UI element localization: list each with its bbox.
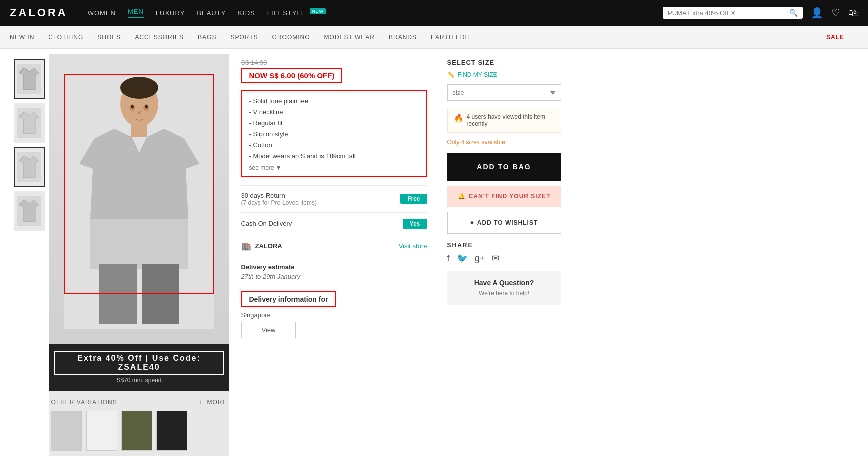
- delivery-info-label: Delivery information for: [241, 291, 336, 307]
- returns-badge: Free: [400, 194, 427, 204]
- cod-row: Cash On Delivery Yes: [241, 212, 427, 235]
- nav-new-in[interactable]: NEW IN: [10, 34, 34, 41]
- svg-rect-9: [99, 264, 137, 324]
- variations-more[interactable]: + more: [199, 399, 227, 406]
- top-navigation: ZALORA WOMEN MEN LUXURY BEAUTY KIDS LIFE…: [0, 0, 868, 26]
- seller-info: 🏬 ZALORA: [241, 241, 282, 251]
- add-to-bag-button[interactable]: ADD TO BAG: [447, 153, 561, 181]
- bell-icon: 🔔: [458, 193, 466, 200]
- variation-thumbnails: [49, 409, 229, 453]
- size-select-dropdown[interactable]: size S M L XL: [447, 84, 561, 101]
- promo-code: Extra 40% Off | Use Code: ZSALE40: [54, 351, 224, 375]
- variation-grey[interactable]: [51, 411, 82, 451]
- nav-shoes[interactable]: SHOES: [97, 34, 121, 41]
- main-image-container: Extra 40% Off | Use Code: ZSALE40 S$70 m…: [49, 54, 229, 456]
- promo-min-spend: S$70 min. spend: [54, 377, 224, 384]
- nav-lifestyle[interactable]: LIFESTYLE NEW: [267, 9, 326, 17]
- nav-accessories[interactable]: ACCESSORIES: [135, 34, 184, 41]
- wishlist-icon[interactable]: ♡: [831, 7, 840, 19]
- variation-olive[interactable]: [121, 411, 152, 451]
- variation-black[interactable]: [156, 411, 187, 451]
- thumbnail-1[interactable]: [14, 59, 45, 99]
- question-box: Have A Question? We're here to help!: [447, 271, 561, 305]
- svg-rect-10: [142, 264, 179, 324]
- facebook-share-icon[interactable]: f: [447, 253, 450, 264]
- more-link[interactable]: more: [207, 399, 227, 406]
- nav-luxury[interactable]: LUXURY: [156, 9, 185, 17]
- nav-women[interactable]: WOMEN: [88, 9, 116, 17]
- ruler-icon: 📏: [447, 71, 455, 78]
- store-icon: 🏬: [241, 241, 251, 251]
- delivery-country: Singapore: [241, 311, 427, 319]
- delivery-estimate-label: Delivery estimate: [241, 263, 427, 271]
- sizes-available-notice: Only 4 sizes available: [447, 139, 561, 146]
- see-more-link[interactable]: see more ▼: [249, 164, 419, 171]
- add-to-wishlist-button[interactable]: ♥ ADD TO WISHLIST: [447, 212, 561, 234]
- variations-label: OTHER VARIATIONS: [51, 399, 117, 406]
- nav-sports[interactable]: SPORTS: [230, 34, 258, 41]
- nav-icon-group: 👤 ♡ 🛍: [811, 7, 858, 19]
- right-panel: SELECT SIZE 📏 FIND MY SIZE size S M L XL…: [439, 54, 569, 456]
- find-my-size-link[interactable]: 📏 FIND MY SIZE: [447, 71, 561, 78]
- recently-viewed-notice: 🔥 4 users have viewed this item recently: [447, 108, 561, 133]
- question-sub: We're here to help!: [455, 290, 553, 297]
- search-input[interactable]: [668, 9, 789, 17]
- feature-5: - Cotton: [249, 140, 419, 151]
- share-label: SHARE: [447, 242, 561, 249]
- cant-find-size-button[interactable]: 🔔 CAN'T FIND YOUR SIZE?: [447, 186, 561, 207]
- cod-badge: Yes: [403, 219, 427, 229]
- product-details-panel: S$ 14.90 NOW S$ 6.00 (60% OFF) - Solid t…: [229, 54, 439, 456]
- twitter-share-icon[interactable]: 🐦: [457, 253, 468, 264]
- nav-grooming[interactable]: GROOMING: [272, 34, 310, 41]
- googleplus-share-icon[interactable]: g+: [475, 253, 485, 264]
- price-now: NOW S$ 6.00 (60% OFF): [241, 68, 343, 83]
- svg-point-13: [131, 105, 134, 109]
- thumbnail-3[interactable]: [14, 147, 45, 187]
- promo-banner: Extra 40% Off | Use Code: ZSALE40 S$70 m…: [49, 344, 229, 391]
- bag-icon[interactable]: 🛍: [848, 7, 858, 19]
- features-list: - Solid tone plain tee - V neckline - Re…: [249, 96, 419, 162]
- svg-point-14: [145, 105, 148, 109]
- nav-modest-wear[interactable]: MODEST WEAR: [324, 34, 375, 41]
- nav-sale[interactable]: SALE: [826, 34, 844, 41]
- main-nav-links: WOMEN MEN LUXURY BEAUTY KIDS LIFESTYLE N…: [88, 8, 663, 18]
- secondary-navigation: NEW IN CLOTHING SHOES ACCESSORIES BAGS S…: [0, 26, 868, 49]
- thumbnail-2[interactable]: [14, 103, 45, 143]
- svg-rect-8: [90, 219, 188, 269]
- share-section: SHARE f 🐦 g+ ✉: [447, 242, 561, 264]
- nav-beauty[interactable]: BEAUTY: [197, 9, 226, 17]
- search-icon[interactable]: 🔍: [789, 9, 798, 17]
- product-thumbnails: [9, 54, 49, 456]
- nav-clothing[interactable]: CLOTHING: [48, 34, 83, 41]
- thumbnail-4[interactable]: [14, 191, 45, 231]
- feature-6: - Model wears an S and is 189cm tall: [249, 151, 419, 162]
- brand-logo[interactable]: ZALORA: [10, 6, 68, 19]
- nav-men[interactable]: MEN: [128, 8, 144, 18]
- seller-name-label: ZALORA: [255, 242, 282, 250]
- seller-row: 🏬 ZALORA Visit store: [241, 235, 427, 257]
- delivery-info-section: Delivery information for Singapore View: [241, 286, 427, 341]
- view-delivery-button[interactable]: View: [241, 322, 296, 338]
- nav-kids[interactable]: KIDS: [238, 9, 255, 17]
- email-share-icon[interactable]: ✉: [492, 253, 499, 264]
- returns-sub: (7 days for Pre-Loved items): [241, 199, 317, 206]
- nav-brands[interactable]: BRANDS: [389, 34, 417, 41]
- share-icons-group: f 🐦 g+ ✉: [447, 253, 561, 264]
- question-heading: Have A Question?: [455, 279, 553, 287]
- account-icon[interactable]: 👤: [811, 7, 823, 19]
- recently-viewed-text: 4 users have viewed this item recently: [467, 113, 555, 127]
- returns-info: 30 days Return (7 days for Pre-Loved ite…: [241, 192, 317, 206]
- nav-bags[interactable]: BAGS: [198, 34, 216, 41]
- heart-icon: ♥: [470, 219, 474, 226]
- variation-white[interactable]: [86, 411, 117, 451]
- visit-store-link[interactable]: Visit store: [399, 242, 427, 250]
- product-features-box: - Solid tone plain tee - V neckline - Re…: [241, 90, 427, 177]
- feature-3: - Regular fit: [249, 118, 419, 129]
- nav-earth-edit[interactable]: EARTH EDIT: [431, 34, 471, 41]
- main-content: Extra 40% Off | Use Code: ZSALE40 S$70 m…: [9, 49, 859, 461]
- fire-icon: 🔥: [454, 113, 464, 123]
- select-size-heading: SELECT SIZE: [447, 59, 561, 66]
- feature-4: - Slip on style: [249, 129, 419, 140]
- delivery-estimate-section: Delivery estimate 27th to 29th January: [241, 257, 427, 286]
- cod-label: Cash On Delivery: [241, 220, 292, 227]
